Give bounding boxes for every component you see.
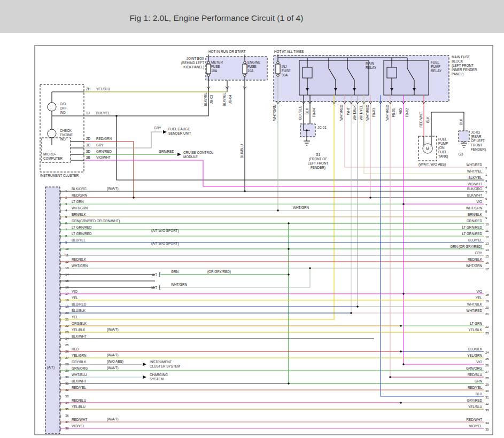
junction-dot: [350, 312, 352, 314]
diagram-label: 3D: [86, 150, 91, 153]
junction-dot: [400, 325, 402, 327]
component-box: [45, 187, 60, 434]
pin-wire-label: BLK/WHT: [72, 334, 87, 338]
fuse-terminal: [207, 74, 210, 76]
junction-dot: [277, 209, 279, 212]
pin-number: 22: [485, 325, 489, 328]
diagram-label: (A/T): [47, 365, 55, 370]
diagram-label: G1: [316, 153, 321, 157]
fuse-icon: [243, 64, 247, 74]
diagram-label: (W/A/T): [107, 327, 119, 332]
diagram-label: BLK: [305, 107, 309, 114]
pin-number: 23: [65, 331, 69, 334]
junction-dot: [306, 129, 308, 131]
pin-number: 32: [485, 402, 489, 405]
diagram-label: (W/A/T): [107, 353, 119, 357]
diagram-label: (OR GRY/RED): [207, 270, 231, 274]
diagram-label: FUSE: [247, 65, 257, 68]
diagram-label: SYSTEM: [150, 377, 164, 381]
pin-number: 21: [485, 312, 489, 316]
pin-number: 26: [65, 350, 69, 353]
diagram-label: WHT/GRN: [293, 206, 309, 209]
diagram-label: BLK/YEL: [204, 92, 207, 106]
diagram-label: CHECK: [60, 129, 72, 132]
pin-wire-label: GRN (OR GRY/RED): [450, 245, 482, 249]
pin-number: 13: [485, 242, 489, 245]
pin-number: 27: [485, 370, 489, 373]
pin-number: 16: [65, 286, 69, 289]
pin-number: 31: [485, 396, 489, 399]
diagram-label: WHT/GRN: [171, 283, 188, 286]
diagram-label: GRY: [154, 126, 161, 130]
diagram-label: (LEFT FRONT: [452, 64, 474, 68]
pin-number: 33: [65, 395, 69, 398]
fuse-terminal: [244, 61, 246, 64]
pin-wire-label: GRN/ORG: [72, 366, 88, 370]
pin-wire-label: RED: [72, 347, 79, 351]
pin-number: 10: [485, 223, 489, 226]
pin-wire-label: WHT/BLU: [72, 373, 87, 377]
pin-number: 24: [485, 351, 489, 354]
junction-dot: [288, 382, 290, 385]
diagram-label: JB-03: [210, 95, 213, 104]
diagram-label: IND: [60, 111, 66, 114]
diagram-label: 30A: [282, 73, 288, 77]
pin-wire-label: RED/BLU: [72, 398, 87, 402]
pin-number: 29: [485, 383, 489, 386]
pin-number: 24: [65, 337, 69, 340]
pin-wire-label: VIO: [476, 200, 482, 204]
pin-wire-label: YEL: [72, 296, 78, 300]
pin-wire-label: LT GRN/RED: [462, 232, 482, 236]
pin-wire-label: RED/BLK: [468, 257, 483, 261]
diagram-label: JC-01: [317, 126, 327, 129]
pin-wire-label: VIO: [476, 360, 482, 364]
diagram-label: OFF: [60, 106, 67, 110]
pin-number: 20: [65, 311, 69, 315]
pin-wire-label: YEL: [476, 296, 482, 300]
pin-number: 16: [485, 261, 489, 264]
pin-wire-label: RED/WHT: [72, 418, 88, 421]
junction-dot: [288, 222, 290, 224]
diagram-label: A/T: [152, 273, 157, 277]
diagram-label: HOT AT ALL TIMES: [274, 50, 304, 53]
pin-number: 35: [485, 428, 489, 431]
junction-dot: [356, 306, 359, 308]
pin-number: 33: [485, 409, 489, 412]
junction-dot: [402, 293, 405, 295]
diagram-label: FUEL GAUGE: [168, 127, 190, 131]
pin-wire-label: WHT/GRN: [466, 206, 483, 210]
pin-number: 22: [65, 324, 69, 327]
pin-number: 17: [65, 292, 69, 295]
pin-number: 30: [65, 376, 69, 379]
pin-wire-label: LT GRN: [72, 200, 84, 204]
diagram-label: TANK): [438, 154, 448, 159]
pin-wire-label: VIO: [476, 290, 482, 293]
diagram-label: ENGINE: [60, 133, 73, 137]
pin-wire-label: RED/BLK: [72, 257, 87, 261]
pin-wire-label: LT GRN: [470, 322, 482, 325]
pin-number: 37: [65, 420, 69, 424]
pin-wire-label: GRN/ORG: [466, 366, 482, 370]
pin-number: 18: [485, 293, 489, 296]
pin-number: 14: [485, 248, 489, 252]
diagram-label: RED/WHT: [419, 112, 423, 128]
component-box: [459, 131, 469, 142]
junction-dot: [133, 197, 135, 199]
pin-wire-label: BLK/ORG: [72, 187, 87, 191]
junction-dot: [402, 363, 405, 365]
diagram-label: OF LEFT: [471, 139, 485, 143]
pin-wire-label: RED/WHT: [467, 418, 483, 421]
diagram-label: BLK/YEL: [96, 111, 110, 115]
diagram-label: 2H: [86, 87, 91, 91]
pin-number: 18: [65, 299, 69, 302]
diagram-label: GRN/RED: [159, 150, 174, 153]
diagram-label: BLK/BLU: [240, 144, 244, 158]
pin-number: 29: [65, 369, 69, 372]
pin-wire-label: ORG/BLK: [72, 322, 87, 325]
pin-wire-label: BLU/YEL: [468, 238, 482, 242]
pin-number: 28: [65, 363, 69, 366]
pin-wire-label: RED/YEL: [72, 386, 86, 389]
pin-wire-label: YEL/GRN: [467, 354, 482, 357]
diagram-label: CLUSTER SYSTEM: [150, 364, 180, 368]
pin-number: 30: [485, 389, 489, 393]
